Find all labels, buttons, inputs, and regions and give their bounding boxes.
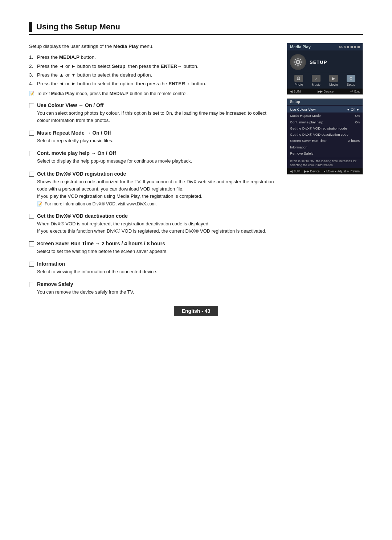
setup-item-music-repeat: Music Repeat Mode On xyxy=(287,112,363,119)
page-footer: English - 43 xyxy=(0,306,392,316)
svg-rect-4 xyxy=(294,62,295,63)
setup-gear-icon xyxy=(290,54,306,70)
mp-footer: ◀ SUM ▶▶ Device ⏎ Exit xyxy=(287,89,363,94)
mp-title: Media Play xyxy=(290,45,311,49)
subsection-music-repeat: Music Repeat Mode → On / Off Select to r… xyxy=(29,130,278,144)
main-text-area: Setup displays the user settings of the … xyxy=(29,43,278,302)
mp-icon-photo: 🖼 Photo xyxy=(294,75,303,86)
mp-header: Media Play SUB ◼ ◼ ◼ ◼ xyxy=(287,43,363,50)
checkbox-icon xyxy=(29,241,34,246)
setup-item-divx-deact: Get the DivX® VOD deactivation code xyxy=(287,131,363,138)
checkbox-icon xyxy=(29,172,34,177)
svg-rect-9 xyxy=(299,64,301,65)
media-play-screen: Media Play SUB ◼ ◼ ◼ ◼ xyxy=(287,43,363,95)
step-3: 3. Press the ▲ or ▼ button to select the… xyxy=(29,71,278,79)
svg-rect-5 xyxy=(301,62,302,63)
mp-icon-music: ♪ Music xyxy=(312,75,320,86)
section-title: Using the Setup Menu xyxy=(36,22,120,32)
setup-screen-header: Setup xyxy=(287,99,363,105)
intro-paragraph: Setup displays the user settings of the … xyxy=(29,43,278,50)
steps-list: 1. Press the MEDIA.P button. 2. Press th… xyxy=(29,54,278,87)
step-1: 1. Press the MEDIA.P button. xyxy=(29,54,278,61)
mp-icons-area: SETUP xyxy=(287,50,363,73)
subsection-information: Information Select to viewing the inform… xyxy=(29,261,278,275)
setup-item-remove-safely: Remove Safely xyxy=(287,150,363,156)
step-4: 4. Press the ◄ or ► button to select the… xyxy=(29,80,278,87)
subsection-use-colour-view: Use Colour View → On / Off You can selec… xyxy=(29,102,278,124)
checkbox-icon xyxy=(29,103,34,108)
mp-bottom-icons: 🖼 Photo ♪ Music ▶ Movie ⚙ Setup xyxy=(287,73,363,89)
checkbox-icon xyxy=(29,131,34,136)
subsection-divx-deactivation: Get the DivX® VOD deactivation code When… xyxy=(29,213,278,235)
svg-point-1 xyxy=(297,61,299,63)
section-title-bar: Using the Setup Menu xyxy=(29,22,363,35)
page-container: Using the Setup Menu Setup displays the … xyxy=(0,0,392,331)
setup-screen-footer: ◀ SUM ▶▶ Device ● Move ● Adjust ↩ Return xyxy=(287,168,363,174)
subsection-divx-registration: Get the DivX® VOD registration code Show… xyxy=(29,171,278,207)
checkbox-icon xyxy=(29,214,34,219)
title-accent xyxy=(29,22,32,32)
page-number: English - 43 xyxy=(174,306,219,316)
divx-registration-note: 📝 For more information on DivX® VOD, vis… xyxy=(37,201,278,207)
checkbox-icon xyxy=(29,262,34,267)
subsection-cont-movie: Cont. movie play help → On / Off Select … xyxy=(29,150,278,165)
mp-icon-setup: ⚙ Setup xyxy=(347,75,355,86)
setup-item-divx-reg: Get the DivX® VOD registration code xyxy=(287,125,363,131)
setup-item-colour-view: Use Colour View ◄ Off ► xyxy=(287,106,363,112)
mp-sub: SUB ◼ ◼ ◼ ◼ xyxy=(339,45,360,49)
mp-setup-label: SETUP xyxy=(310,60,327,65)
steps-note: 📝 To exit Media Play mode, press the MED… xyxy=(29,90,278,97)
setup-item-information: Information xyxy=(287,144,363,150)
mp-icon-movie: ▶ Movie xyxy=(329,75,338,86)
setup-item-cont-movie: Cont. movie play help On xyxy=(287,119,363,125)
setup-menu-items: Use Colour View ◄ Off ► Music Repeat Mod… xyxy=(287,105,363,158)
content-area: Setup displays the user settings of the … xyxy=(29,43,363,302)
checkbox-icon xyxy=(29,151,34,156)
svg-rect-7 xyxy=(299,58,301,60)
setup-menu-screen: Setup Use Colour View ◄ Off ► Music Repe… xyxy=(287,98,363,175)
svg-rect-2 xyxy=(298,58,299,59)
svg-rect-6 xyxy=(294,58,296,60)
svg-rect-3 xyxy=(298,65,299,66)
svg-rect-8 xyxy=(294,64,296,65)
right-panels: Media Play SUB ◼ ◼ ◼ ◼ xyxy=(287,43,363,302)
subsection-screen-saver: Screen Saver Run Time → 2 hours / 4 hour… xyxy=(29,241,278,255)
checkbox-icon xyxy=(29,282,34,287)
step-2: 2. Press the ◄ or ► button to select Set… xyxy=(29,63,278,70)
setup-item-screen-saver: Screen Saver Run Time 2 hours xyxy=(287,138,363,144)
setup-screen-note: If this is set to ON, the loading time i… xyxy=(287,158,363,168)
subsection-remove-safely: Remove Safely You can remove the device … xyxy=(29,281,278,296)
